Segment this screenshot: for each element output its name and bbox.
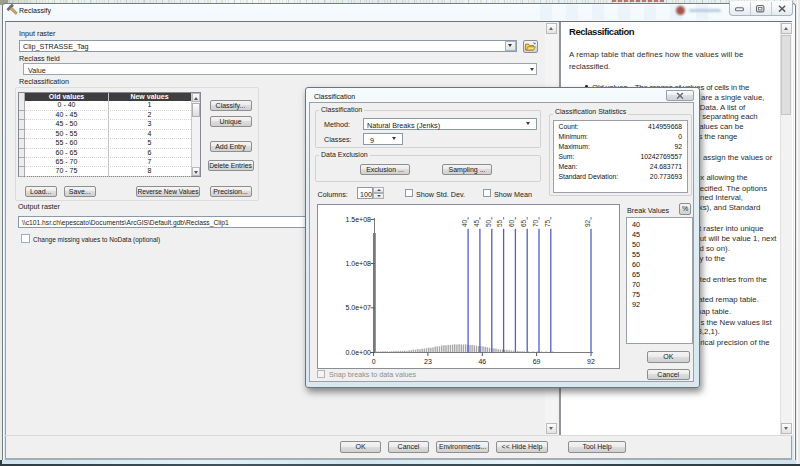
svg-text:1.5e+08: 1.5e+08 — [346, 216, 372, 223]
svg-text:23: 23 — [424, 358, 432, 365]
svg-text:75: 75 — [544, 219, 551, 227]
svg-text:5.0e+07: 5.0e+07 — [346, 304, 372, 311]
svg-text:50: 50 — [485, 219, 492, 227]
svg-text:46: 46 — [478, 358, 486, 365]
svg-text:65: 65 — [520, 219, 527, 227]
svg-text:0.0e+00: 0.0e+00 — [346, 349, 372, 356]
svg-text:69: 69 — [533, 358, 541, 365]
svg-text:55: 55 — [496, 219, 503, 227]
svg-text:0: 0 — [372, 358, 376, 365]
svg-text:45: 45 — [473, 219, 480, 227]
svg-text:92: 92 — [584, 219, 591, 227]
svg-text:1.0e+08: 1.0e+08 — [346, 260, 372, 267]
svg-text:92: 92 — [587, 358, 595, 365]
svg-text:40: 40 — [461, 219, 468, 227]
svg-text:70: 70 — [532, 219, 539, 227]
svg-text:60: 60 — [508, 219, 515, 227]
